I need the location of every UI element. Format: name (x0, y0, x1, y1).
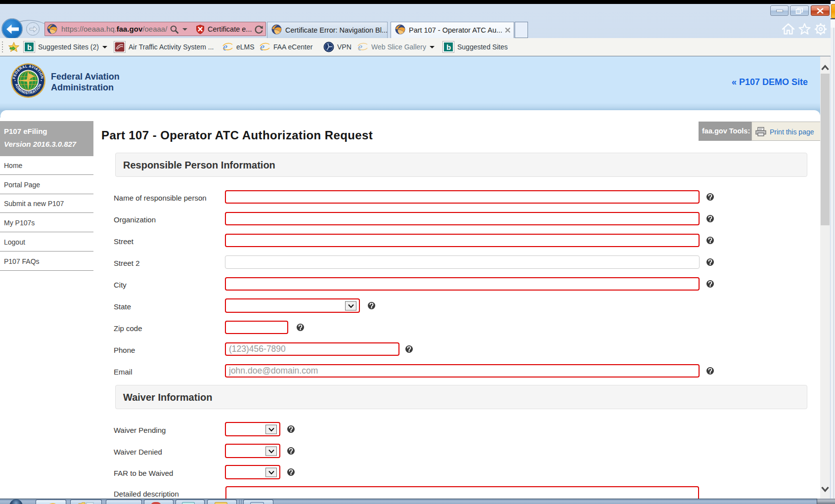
restore-button[interactable] (790, 5, 809, 16)
add-favorite-button[interactable] (8, 38, 20, 56)
sidebar-item-p107-faqs[interactable]: P107 FAQs (4, 257, 90, 265)
vpn-icon (323, 42, 334, 52)
detailed-description-textarea[interactable] (225, 486, 699, 499)
refresh-icon[interactable] (254, 25, 264, 34)
favorite-label[interactable]: Web Slice Gallery (371, 43, 426, 51)
name-input[interactable] (225, 190, 700, 204)
waiver-pending-select[interactable] (225, 422, 280, 436)
favorite-atas[interactable]: Air Traffic Activity System ... (114, 38, 214, 56)
close-button[interactable] (811, 5, 830, 16)
vertical-scrollbar[interactable] (820, 56, 830, 499)
sidebar-item-portal-page[interactable]: Portal Page (4, 181, 90, 189)
favorite-label[interactable]: Suggested Sites (2) (38, 43, 99, 51)
favorite-label[interactable]: eLMS (236, 43, 255, 51)
print-toolbar: Print this page (751, 122, 820, 141)
help-icon-name[interactable] (706, 193, 714, 201)
help-icon-street2[interactable] (706, 258, 714, 266)
favorite-label[interactable]: Suggested Sites (457, 43, 508, 51)
favorites-star-icon[interactable] (798, 23, 811, 35)
taskbar-button-app1[interactable] (106, 500, 142, 504)
sidebar-item-logout[interactable]: Logout (4, 238, 90, 246)
back-button[interactable] (1, 18, 23, 40)
field-label-far-waived: FAR to be Waived (114, 469, 173, 477)
address-bar[interactable]: https://oeaaa.hq.faa.gov/oeaaa/ Certific… (44, 22, 266, 36)
help-icon-state[interactable] (368, 302, 375, 309)
scrollbar-thumb[interactable] (821, 74, 830, 225)
home-icon[interactable] (782, 23, 795, 35)
url-text[interactable]: https://oeaaa.hq.faa.gov/oeaaa/ (61, 25, 167, 33)
address-dropdown-caret[interactable] (182, 28, 187, 31)
scrollbar-down-icon[interactable] (820, 485, 830, 494)
field-label-detailed-description: Detailed description (114, 490, 179, 498)
bing-icon: b (23, 41, 35, 53)
zip-input[interactable] (225, 321, 288, 334)
help-icon-zip[interactable] (297, 324, 304, 331)
state-select[interactable] (225, 298, 360, 313)
help-icon-waiver-denied[interactable] (287, 447, 295, 455)
printer-icon (755, 127, 766, 136)
background-window-orange-button (831, 4, 835, 18)
waiver-pending-select-button[interactable] (265, 424, 277, 434)
forward-button[interactable] (26, 22, 40, 36)
search-icon[interactable] (170, 25, 179, 34)
favorite-elms[interactable]: e eLMS (222, 38, 255, 56)
tab-part107[interactable]: Part 107 - Operator ATC Au... (391, 22, 514, 39)
demo-site-link[interactable]: « P107 DEMO Site (693, 77, 808, 87)
taskbar-button-ie[interactable] (36, 500, 66, 504)
city-input[interactable] (225, 277, 700, 291)
scrollbar-up-icon[interactable] (820, 63, 830, 72)
dropdown-caret-icon[interactable] (430, 46, 435, 48)
taskbar-button-app3[interactable] (176, 500, 205, 504)
street-input[interactable] (225, 234, 700, 247)
favorites-grip[interactable] (2, 42, 3, 53)
help-icon-phone[interactable] (405, 345, 413, 353)
taskbar-button-explorer[interactable] (70, 500, 102, 504)
email-input[interactable] (225, 364, 700, 378)
help-icon-city[interactable] (706, 280, 714, 288)
far-waived-select[interactable] (225, 465, 280, 479)
help-icon-waiver-pending[interactable] (287, 425, 295, 433)
favorite-suggested-sites[interactable]: b Suggested Sites (442, 38, 508, 56)
far-waived-select-button[interactable] (265, 467, 277, 477)
street2-input[interactable] (225, 255, 700, 269)
waiver-denied-select-button[interactable] (265, 446, 277, 456)
waiver-denied-select[interactable] (225, 444, 280, 458)
certificate-error-button[interactable]: Certificate e... (208, 25, 252, 33)
help-icon-street[interactable] (706, 237, 714, 244)
favorite-label[interactable]: FAA eCenter (273, 43, 312, 51)
taskbar-button-app5[interactable] (243, 500, 273, 504)
tab-certificate-error[interactable]: Certificate Error: Navigation Bl... (267, 22, 388, 38)
favorite-label[interactable]: VPN (337, 43, 352, 51)
sidebar-item-submit-p107[interactable]: Submit a new P107 (4, 200, 90, 208)
minimize-button[interactable] (770, 5, 789, 16)
field-label-phone: Phone (114, 346, 135, 354)
print-this-page-link[interactable]: Print this page (770, 128, 814, 136)
favorite-label[interactable]: Air Traffic Activity System ... (129, 43, 214, 51)
favorite-ecenter[interactable]: e FAA eCenter (259, 38, 312, 56)
help-icon-far-waived[interactable] (287, 468, 295, 476)
help-icon-organization[interactable] (706, 215, 714, 222)
dropdown-caret-icon[interactable] (102, 46, 107, 48)
sidebar-item-my-p107s[interactable]: My P107s (4, 219, 90, 227)
tab1-favicon (271, 24, 282, 35)
start-button[interactable] (9, 499, 23, 504)
background-window-shadow (831, 18, 835, 19)
sidebar-separator (0, 194, 93, 194)
sidebar-separator (0, 174, 93, 175)
gear-icon[interactable] (814, 23, 827, 36)
phone-input[interactable] (225, 342, 399, 356)
favorite-vpn[interactable]: VPN (323, 38, 352, 56)
favorite-web-slice[interactable]: e Web Slice Gallery (357, 38, 435, 56)
show-desktop-button[interactable] (817, 499, 835, 504)
tab-close-icon[interactable] (505, 27, 511, 33)
ie-icon: e (222, 42, 233, 53)
state-select-button[interactable] (345, 301, 356, 310)
new-tab-button[interactable] (515, 22, 528, 39)
favorite-suggested-sites-dd[interactable]: b Suggested Sites (2) (23, 38, 107, 56)
sidebar-item-home[interactable]: Home (4, 162, 90, 169)
help-icon-email[interactable] (706, 367, 714, 375)
taskbar-button-app4[interactable] (207, 500, 237, 504)
field-label-waiver-pending: Waiver Pending (114, 426, 166, 434)
taskbar-button-app2[interactable] (144, 500, 174, 504)
organization-input[interactable] (225, 212, 700, 225)
